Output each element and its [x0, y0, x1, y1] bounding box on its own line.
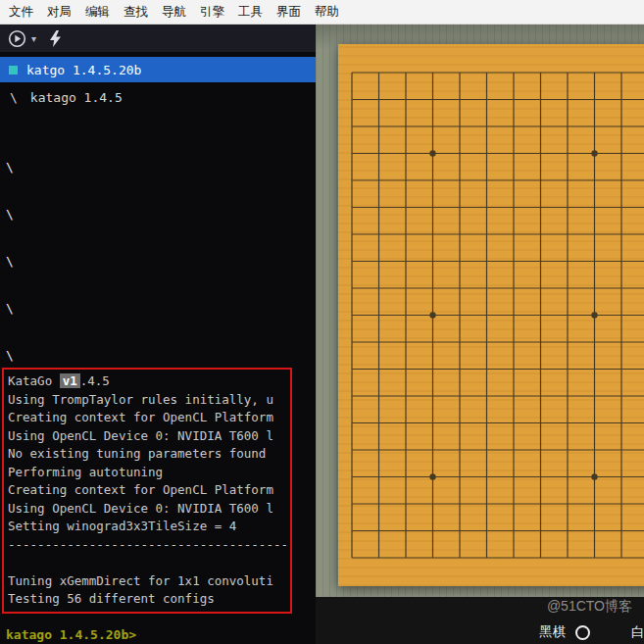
terminal-current-prompt[interactable]: katago 1.4.5.20b>	[6, 627, 136, 644]
menu-item-find[interactable]: 查找	[124, 4, 148, 21]
engine-output-line: Performing autotuning	[8, 464, 286, 482]
menu-item-view[interactable]: 界面	[276, 4, 301, 21]
player-status-row: 黑棋 白棋	[539, 623, 644, 641]
go-board-region: @51CTO博客 黑棋 白棋	[316, 25, 644, 644]
terminal-continuation: \	[6, 297, 316, 321]
output-text: KataGo	[8, 373, 60, 388]
menu-bar: 文件 对局 编辑 查找 导航 引擎 工具 界面 帮助	[0, 0, 644, 25]
terminal-command-line: katago 1.4.5>protocol_version	[6, 226, 316, 250]
go-board-grid	[338, 44, 644, 586]
chevron-down-icon[interactable]: ▾	[31, 33, 36, 44]
terminal-continuation: \	[6, 344, 316, 368]
engine-console-panel: ▾ katgo 1.4.5.20b \ katago 1.4.5 \ katag…	[0, 25, 316, 644]
engine-list-item[interactable]: \ katago 1.4.5	[0, 85, 316, 109]
engine-output-line: KataGo v1.4.5	[8, 372, 286, 391]
white-stone-icon	[575, 625, 590, 640]
engine-output-highlight-box: KataGo v1.4.5 Using TrompTaylor rules in…	[2, 368, 292, 614]
play-circle-icon[interactable]	[8, 29, 26, 48]
menu-item-tools[interactable]: 工具	[238, 4, 263, 21]
terminal-command-line: katago 1.4.5>time_settings 0 5 1	[6, 321, 316, 344]
engine-output-line: Setting winograd3x3TileSize = 4	[8, 518, 286, 536]
menu-item-engine[interactable]: 引擎	[200, 4, 224, 21]
go-board[interactable]	[338, 44, 644, 586]
menu-item-file[interactable]: 文件	[9, 4, 33, 21]
terminal-continuation: \	[6, 156, 316, 179]
black-player-label: 黑棋	[539, 623, 566, 641]
terminal-continuation: \	[6, 250, 316, 273]
engine-output-line: Creating context for OpenCL Platform	[8, 481, 286, 500]
menu-item-edit[interactable]: 编辑	[85, 4, 110, 21]
lightning-icon[interactable]	[49, 30, 62, 47]
engine-output-line: Using TrompTaylor rules initially, u	[8, 391, 286, 410]
terminal-command-line: katago 1.4.5>list_commands	[6, 273, 316, 297]
search-match-highlight: v1	[60, 373, 80, 388]
engine-output-line: Using OpenCL Device 0: NVIDIA T600 l	[8, 427, 286, 446]
output-text: .4.5	[80, 373, 110, 388]
session-tab-selected[interactable]: katgo 1.4.5.20b	[0, 57, 316, 82]
app-window: 文件 对局 编辑 查找 导航 引擎 工具 界面 帮助 ▾	[0, 0, 644, 644]
watermark: @51CTO博客	[547, 598, 632, 616]
engine-status-icon	[9, 66, 18, 74]
menu-item-game[interactable]: 对局	[47, 4, 72, 21]
white-player-label: 白棋	[631, 623, 644, 641]
engine-output-line: No existing tuning parameters found	[8, 445, 286, 464]
engine-item-prefix: \	[10, 90, 18, 105]
engine-output-line: Creating context for OpenCL Platform	[8, 409, 286, 427]
terminal-continuation: \	[6, 203, 316, 226]
engine-item-label: katago 1.4.5	[30, 90, 123, 105]
engine-output-line: Using OpenCL Device 0: NVIDIA T600 l	[8, 500, 286, 519]
engine-output-line	[8, 554, 286, 572]
engine-output-line: --------------------------------------	[8, 536, 286, 555]
session-tab-label: katgo 1.4.5.20b	[26, 63, 141, 77]
terminal-history[interactable]: \ katago 1.4.5>version \ katago 1.4.5>pr…	[0, 156, 316, 368]
terminal-command-line: katago 1.4.5>version	[6, 179, 316, 203]
status-bar: @51CTO博客 黑棋 白棋	[316, 597, 644, 644]
menu-item-help[interactable]: 帮助	[315, 4, 339, 21]
menu-item-navigate[interactable]: 导航	[162, 4, 186, 21]
engine-output-line: Tuning xGemmDirect for 1x1 convoluti	[8, 572, 286, 591]
engine-output-line: Testing 56 different configs	[8, 590, 286, 609]
engine-toolbar: ▾	[0, 25, 316, 52]
